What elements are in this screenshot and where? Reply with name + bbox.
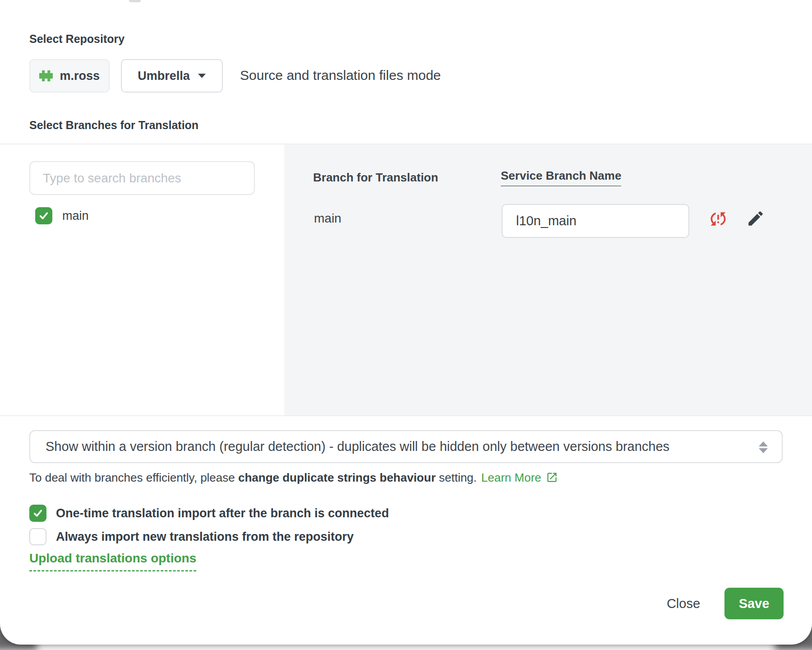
one-time-import-label: One-time translation import after the br… xyxy=(56,506,389,520)
table-row-branch-name: main xyxy=(314,211,341,226)
external-link-icon xyxy=(546,471,558,483)
upload-translations-options-link[interactable]: Upload translations options xyxy=(29,551,196,571)
duplicate-strings-select[interactable]: Show within a version branch (regular de… xyxy=(29,430,783,463)
one-time-import-checkbox[interactable] xyxy=(29,505,46,522)
checkmark-icon xyxy=(32,507,44,520)
repository-branches-dialog: Select Repository m.ross Umbrella Source… xyxy=(0,0,812,645)
repository-owner-label: m.ross xyxy=(60,69,100,83)
branch-search-input[interactable] xyxy=(29,161,255,195)
column-header-service-branch: Service Branch Name xyxy=(501,169,621,186)
select-arrows-icon xyxy=(757,440,769,455)
sync-error-icon xyxy=(708,209,728,229)
branch-checkbox[interactable] xyxy=(35,207,52,224)
learn-more-link[interactable]: Learn More xyxy=(481,471,541,484)
close-button[interactable]: Close xyxy=(650,588,717,619)
select-repository-heading: Select Repository xyxy=(29,32,125,46)
cropped-element-fragment xyxy=(129,0,141,2)
repository-owner-button[interactable]: m.ross xyxy=(29,59,110,93)
always-import-label: Always import new translations from the … xyxy=(56,530,354,544)
always-import-checkbox[interactable] xyxy=(29,528,46,545)
hint-bold: change duplicate strings behaviour xyxy=(238,471,436,484)
repository-dropdown[interactable]: Umbrella xyxy=(121,59,223,93)
service-branch-name-input[interactable] xyxy=(502,204,689,238)
duplicate-strings-select-value: Show within a version branch (regular de… xyxy=(46,439,747,454)
files-mode-text: Source and translation files mode xyxy=(240,68,441,83)
page-background: Select Repository m.ross Umbrella Source… xyxy=(0,0,812,650)
save-button[interactable]: Save xyxy=(724,588,784,619)
hint-post: setting. xyxy=(436,471,477,484)
always-import-option[interactable]: Always import new translations from the … xyxy=(29,528,354,545)
repository-dropdown-value: Umbrella xyxy=(138,69,190,83)
edit-pencil-icon xyxy=(746,209,765,228)
branch-name-label: main xyxy=(62,209,89,223)
caret-down-icon xyxy=(198,73,206,79)
edit-service-branch-button[interactable] xyxy=(745,208,766,229)
repo-identicon xyxy=(39,70,53,82)
select-branches-heading: Select Branches for Translation xyxy=(29,119,198,132)
sync-error-button[interactable] xyxy=(708,209,728,229)
one-time-import-option[interactable]: One-time translation import after the br… xyxy=(29,505,389,522)
column-header-branch: Branch for Translation xyxy=(313,171,438,185)
duplicates-hint-text: To deal with branches efficiently, pleas… xyxy=(29,471,558,485)
panel-bottom-divider xyxy=(0,415,812,416)
hint-pre: To deal with branches efficiently, pleas… xyxy=(29,471,238,484)
branch-list-item[interactable]: main xyxy=(35,207,89,224)
checkmark-icon xyxy=(37,209,50,222)
